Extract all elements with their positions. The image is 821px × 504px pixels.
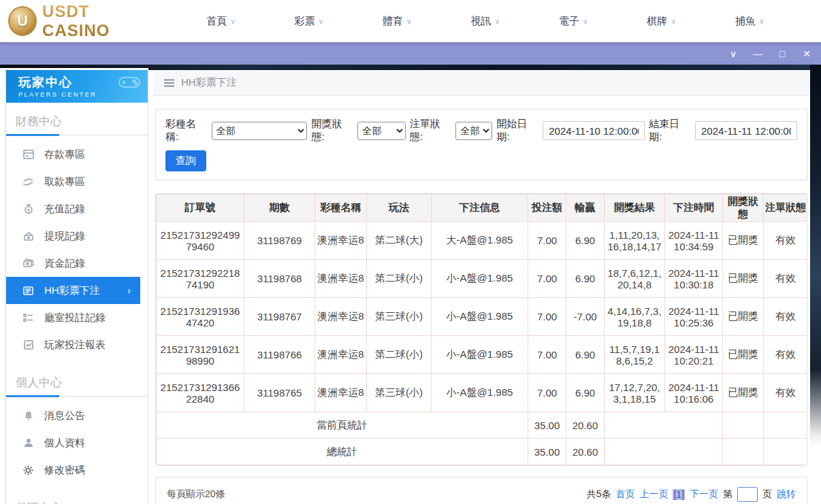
chevron-down-icon: ∨	[583, 17, 588, 26]
cell-bet-amount: 7.00	[528, 336, 566, 374]
chevron-down-icon: ∨	[406, 17, 412, 26]
section-title-agent: 代理中心	[6, 489, 148, 504]
nav-item-cards[interactable]: 棋牌 ∨	[647, 15, 676, 28]
nav-item-lottery[interactable]: 彩票 ∨	[295, 15, 324, 28]
cell-lottery-name: 澳洲幸运8	[315, 298, 367, 336]
cell-lottery-name: 澳洲幸运8	[315, 336, 367, 374]
sidebar-item-hall-bet-record[interactable]: 廳室投註記錄	[6, 304, 148, 331]
sidebar-item-funds-record[interactable]: 資金記錄	[6, 250, 148, 277]
section-title-finance: 財務中心	[6, 103, 148, 135]
window-dropdown-icon[interactable]: ∨	[726, 49, 741, 58]
order-status-select[interactable]: 全部	[455, 122, 492, 140]
sidebar-item-hh-lottery-bet[interactable]: HH彩票下注 ›	[6, 277, 140, 304]
lottery-bet-icon	[22, 285, 34, 297]
next-page-link[interactable]: 下一页	[690, 488, 718, 501]
breadcrumb: HH彩票下注	[153, 70, 810, 96]
lottery-name-select[interactable]: 全部	[212, 122, 308, 140]
table-row: 2152173129221874190 31198768 澳洲幸运8 第二球(小…	[157, 260, 808, 298]
cell-winloss: 6.90	[566, 374, 605, 412]
sidebar-item-recharge-record[interactable]: 充值記錄	[6, 195, 148, 222]
start-date-input[interactable]	[543, 121, 645, 140]
sidebar-item-deposit[interactable]: 存款專區	[6, 141, 148, 168]
cell-draw-status: 已開獎	[723, 374, 764, 412]
summary-label: 當前頁統計	[157, 412, 528, 439]
col-header-draw-result: 開獎結果	[605, 195, 665, 222]
sidebar-item-announcements[interactable]: 消息公告	[6, 402, 148, 429]
cell-order-status: 有效	[764, 336, 808, 374]
app-header: U USDT CASINO 首頁 ∨ 彩票 ∨ 體育 ∨ 視訊 ∨ 電子 ∨ 棋…	[0, 0, 821, 42]
cell-draw-result: 18,7,6,12,1,20,14,8	[605, 260, 665, 298]
cell-winloss: 6.90	[566, 222, 605, 260]
summary-label: 總統計	[157, 439, 528, 465]
sidebar-item-change-password[interactable]: 修改密碼	[6, 456, 148, 484]
nav-item-fishing[interactable]: 捕魚 ∨	[735, 15, 764, 28]
sidebar-item-label: HH彩票下注	[44, 284, 100, 297]
nav-item-home[interactable]: 首頁 ∨	[206, 15, 236, 28]
col-header-issue: 期數	[244, 195, 315, 222]
brand-logo-text: USDT CASINO	[42, 2, 157, 40]
search-button[interactable]: 查詢	[165, 150, 206, 171]
start-date-label: 開始日期:	[496, 118, 538, 144]
menu-icon[interactable]	[164, 79, 174, 87]
sidebar-item-withdraw[interactable]: 取款專區	[6, 168, 148, 195]
cell-issue: 31198768	[244, 260, 315, 298]
nav-item-label: 彩票	[295, 15, 315, 28]
announcement-icon	[22, 410, 34, 422]
section-underline	[6, 135, 148, 135]
sidebar-item-label: 廳室投註記錄	[44, 312, 106, 324]
jump-button[interactable]: 跳转	[777, 488, 796, 501]
prev-page-link[interactable]: 上一页	[639, 488, 668, 501]
page-jump-input[interactable]	[737, 487, 758, 502]
gamepad-icon	[118, 74, 141, 90]
cell-order-no: 2152173129221874190	[157, 260, 244, 298]
sidebar-item-withdrawal-record[interactable]: 提現記錄	[6, 222, 148, 250]
draw-status-label: 開獎狀態:	[311, 118, 353, 144]
cell-draw-status: 已開獎	[723, 222, 764, 260]
summary-bet-amount: 35.00	[528, 439, 566, 465]
cell-draw-result: 11,5,7,19,18,6,15,2	[605, 336, 665, 374]
sidebar-item-label: 修改密碼	[44, 464, 85, 477]
cell-bet-amount: 7.00	[528, 260, 566, 298]
first-page-link[interactable]: 首页	[615, 488, 634, 501]
cell-bet-time: 2024-11-11 10:30:18	[665, 260, 723, 298]
order-status-label: 注單狀態:	[410, 118, 452, 144]
cell-issue: 31198766	[244, 336, 315, 374]
col-header-bet-amount: 投注額	[528, 195, 566, 222]
sidebar-item-label: 消息公告	[44, 409, 85, 422]
page-title: HH彩票下注	[181, 76, 237, 89]
col-header-winloss: 輸贏	[566, 195, 605, 222]
table-row: 2152173129162198990 31198766 澳洲幸运8 第二球(小…	[157, 336, 808, 374]
nav-item-live[interactable]: 視訊 ∨	[470, 15, 500, 28]
cell-order-status: 有效	[764, 260, 808, 298]
cell-bet-info: 小-A盤@1.985	[432, 374, 528, 412]
main-content: HH彩票下注 彩種名稱: 全部 開獎狀態: 全部 注單狀態: 全部 開始日期: …	[153, 68, 810, 504]
summary-empty	[723, 412, 764, 439]
summary-empty	[764, 439, 808, 465]
window-close-icon[interactable]: ✕	[799, 49, 814, 58]
cell-play-type: 第二球(大)	[367, 222, 432, 260]
window-minimize-icon[interactable]: —	[750, 49, 765, 58]
cell-bet-time: 2024-11-11 10:20:21	[665, 336, 723, 374]
cell-play-type: 第二球(小)	[367, 336, 432, 374]
cell-lottery-name: 澳洲幸运8	[315, 222, 367, 260]
bets-table: 訂單號 期數 彩種名稱 玩法 下注信息 投注額 輸贏 開獎結果 下注時間 開獎狀…	[156, 194, 807, 465]
cell-draw-status: 已開獎	[723, 260, 764, 298]
summary-row-current-page: 當前頁統計 35.00 20.60	[157, 412, 808, 439]
cell-order-status: 有效	[764, 222, 808, 260]
window-maximize-icon[interactable]: □	[775, 49, 790, 58]
cell-issue: 31198765	[244, 374, 315, 412]
personal-menu: 消息公告 個人資料 修改密碼	[6, 397, 148, 489]
cell-bet-info: 小-A盤@1.985	[432, 260, 528, 298]
draw-status-select[interactable]: 全部	[357, 122, 405, 140]
chevron-down-icon: ∨	[759, 17, 764, 26]
table-row: 2152173129249979460 31198769 澳洲幸运8 第二球(大…	[157, 222, 808, 260]
sidebar-item-player-report[interactable]: 玩家投注報表	[6, 331, 148, 358]
sidebar-item-profile[interactable]: 個人資料	[6, 429, 148, 456]
nav-item-slots[interactable]: 電子 ∨	[559, 15, 588, 28]
window-titlebar: ∨ — □ ✕	[0, 42, 821, 65]
nav-item-sports[interactable]: 體育 ∨	[383, 15, 412, 28]
recharge-record-icon	[22, 203, 34, 215]
end-date-input[interactable]	[695, 121, 797, 140]
jump-prefix-label: 第	[723, 488, 733, 501]
summary-empty	[605, 439, 723, 465]
